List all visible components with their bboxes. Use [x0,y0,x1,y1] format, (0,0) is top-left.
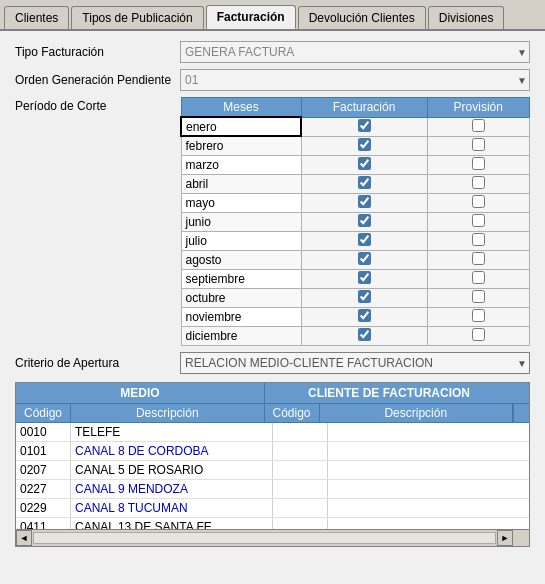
provision-checkbox-enero[interactable] [472,119,485,132]
facturacion-checkbox-julio[interactable] [358,233,371,246]
facturacion-checkbox-septiembre[interactable] [358,271,371,284]
criterio-apertura-row: Criterio de Apertura RELACION MEDIO-CLIE… [15,352,530,374]
mes-cell-junio[interactable]: junio [181,212,301,231]
tab-divisiones[interactable]: Divisiones [428,6,505,29]
tab-tipos-publicacion[interactable]: Tipos de Publicación [71,6,203,29]
facturacion-check-julio[interactable] [301,231,427,250]
facturacion-check-febrero[interactable] [301,136,427,155]
tab-bar: Clientes Tipos de Publicación Facturació… [0,0,545,31]
main-content: Tipo Facturación GENERA FACTURA ▼ Orden … [0,31,545,584]
facturacion-checkbox-agosto[interactable] [358,252,371,265]
provision-check-abril[interactable] [427,174,530,193]
cell-descripcion: CANAL 5 DE ROSARIO [71,461,273,479]
criterio-apertura-select[interactable]: RELACION MEDIO-CLIENTE FACTURACION [180,352,530,374]
facturacion-checkbox-febrero[interactable] [358,138,371,151]
mes-cell-enero[interactable]: enero [181,117,301,136]
tipo-facturacion-wrapper: GENERA FACTURA ▼ [180,41,530,63]
provision-check-octubre[interactable] [427,288,530,307]
cell-codigo2 [273,480,328,498]
facturacion-check-mayo[interactable] [301,193,427,212]
table-row[interactable]: 0207CANAL 5 DE ROSARIO [16,461,529,480]
facturacion-check-agosto[interactable] [301,250,427,269]
tab-devolucion-clientes[interactable]: Devolución Clientes [298,6,426,29]
header-provision: Provisión [427,98,530,118]
provision-check-marzo[interactable] [427,155,530,174]
scroll-left-btn[interactable]: ◄ [16,530,32,546]
mes-cell-julio[interactable]: julio [181,231,301,250]
mes-cell-abril[interactable]: abril [181,174,301,193]
provision-checkbox-junio[interactable] [472,214,485,227]
facturacion-checkbox-abril[interactable] [358,176,371,189]
scroll-right-btn[interactable]: ► [497,530,513,546]
table-row[interactable]: 0229CANAL 8 TUCUMAN [16,499,529,518]
provision-check-julio[interactable] [427,231,530,250]
mes-cell-octubre[interactable]: octubre [181,288,301,307]
tipo-facturacion-row: Tipo Facturación GENERA FACTURA ▼ [15,41,530,63]
table-row[interactable]: 0227CANAL 9 MENDOZA [16,480,529,499]
provision-checkbox-febrero[interactable] [472,138,485,151]
provision-checkbox-diciembre[interactable] [472,328,485,341]
subh-codigo: Código [16,404,71,422]
scroll-track [33,532,496,544]
facturacion-check-octubre[interactable] [301,288,427,307]
table-row[interactable]: 0411CANAL 13 DE SANTA FE [16,518,529,529]
facturacion-check-enero[interactable] [301,117,427,136]
tab-facturacion[interactable]: Facturación [206,5,296,29]
mes-cell-marzo[interactable]: marzo [181,155,301,174]
mes-cell-mayo[interactable]: mayo [181,193,301,212]
provision-checkbox-agosto[interactable] [472,252,485,265]
provision-check-septiembre[interactable] [427,269,530,288]
facturacion-check-septiembre[interactable] [301,269,427,288]
provision-check-junio[interactable] [427,212,530,231]
cell-codigo2 [273,442,328,460]
provision-check-diciembre[interactable] [427,326,530,345]
facturacion-checkbox-enero[interactable] [358,119,371,132]
cell-codigo: 0207 [16,461,71,479]
orden-generacion-select[interactable]: 01 [180,69,530,91]
horizontal-scrollbar[interactable]: ◄ ► [16,529,529,546]
cell-codigo2 [273,499,328,517]
cell-desc2 [328,461,529,479]
mes-cell-diciembre[interactable]: diciembre [181,326,301,345]
tab-clientes[interactable]: Clientes [4,6,69,29]
mes-cell-febrero[interactable]: febrero [181,136,301,155]
facturacion-checkbox-junio[interactable] [358,214,371,227]
cell-descripcion: CANAL 9 MENDOZA [71,480,273,498]
provision-checkbox-mayo[interactable] [472,195,485,208]
facturacion-checkbox-noviembre[interactable] [358,309,371,322]
cell-desc2 [328,442,529,460]
provision-check-mayo[interactable] [427,193,530,212]
periodo-table: Meses Facturación Provisión enerofebrero… [180,97,530,346]
table-row[interactable]: 0010TELEFE [16,423,529,442]
provision-checkbox-julio[interactable] [472,233,485,246]
mes-cell-agosto[interactable]: agosto [181,250,301,269]
provision-checkbox-abril[interactable] [472,176,485,189]
cell-codigo2 [273,423,328,441]
provision-check-agosto[interactable] [427,250,530,269]
table-row[interactable]: 0101CANAL 8 DE CORDOBA [16,442,529,461]
provision-checkbox-marzo[interactable] [472,157,485,170]
cell-descripcion: TELEFE [71,423,273,441]
facturacion-check-noviembre[interactable] [301,307,427,326]
cell-desc2 [328,423,529,441]
mes-cell-septiembre[interactable]: septiembre [181,269,301,288]
provision-checkbox-septiembre[interactable] [472,271,485,284]
provision-check-febrero[interactable] [427,136,530,155]
provision-check-noviembre[interactable] [427,307,530,326]
provision-checkbox-noviembre[interactable] [472,309,485,322]
header-meses: Meses [181,98,301,118]
cell-codigo2 [273,518,328,529]
facturacion-checkbox-diciembre[interactable] [358,328,371,341]
facturacion-check-diciembre[interactable] [301,326,427,345]
facturacion-check-marzo[interactable] [301,155,427,174]
facturacion-checkbox-mayo[interactable] [358,195,371,208]
facturacion-check-junio[interactable] [301,212,427,231]
provision-checkbox-octubre[interactable] [472,290,485,303]
facturacion-check-abril[interactable] [301,174,427,193]
facturacion-checkbox-marzo[interactable] [358,157,371,170]
facturacion-checkbox-octubre[interactable] [358,290,371,303]
provision-check-enero[interactable] [427,117,530,136]
tipo-facturacion-select[interactable]: GENERA FACTURA [180,41,530,63]
mes-cell-noviembre[interactable]: noviembre [181,307,301,326]
periodo-table-wrapper: Meses Facturación Provisión enerofebrero… [180,97,530,346]
